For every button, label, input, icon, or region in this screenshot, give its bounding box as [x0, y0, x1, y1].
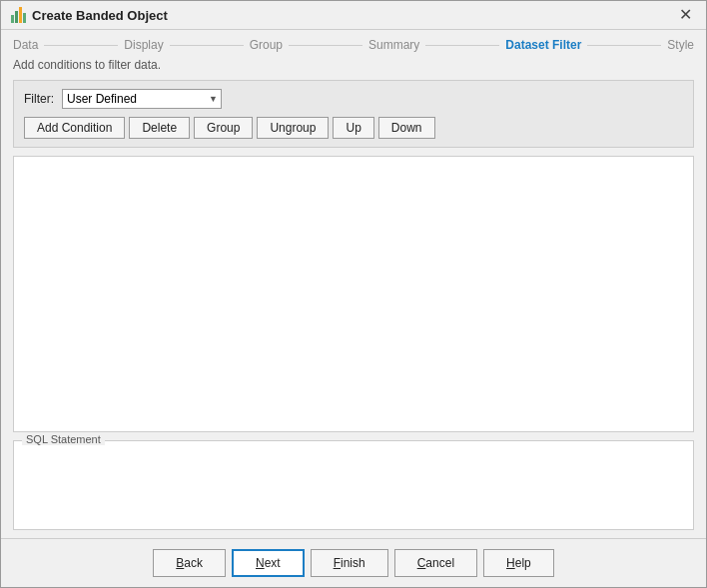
filter-buttons: Add Condition Delete Group Ungroup Up Do…	[24, 117, 683, 139]
title-bar-left: Create Banded Object	[11, 7, 168, 23]
tab-sep-3	[289, 45, 362, 46]
tab-sep-4	[425, 45, 499, 46]
back-button[interactable]: Back	[153, 549, 226, 577]
title-bar: Create Banded Object ✕	[1, 1, 706, 30]
tabs-bar: Data Display Group Summary Dataset Filte…	[1, 30, 706, 52]
finish-underline: F	[334, 556, 341, 570]
group-button[interactable]: Group	[194, 117, 253, 139]
tab-group[interactable]: Group	[250, 38, 283, 52]
add-condition-button[interactable]: Add Condition	[24, 117, 125, 139]
ungroup-button[interactable]: Ungroup	[257, 117, 329, 139]
filter-row: Filter: User Defined None Custom	[24, 89, 683, 109]
down-button[interactable]: Down	[378, 117, 435, 139]
cancel-button[interactable]: Cancel	[394, 549, 477, 577]
tab-summary[interactable]: Summary	[368, 38, 419, 52]
tab-style[interactable]: Style	[667, 38, 694, 52]
tab-sep-2	[170, 45, 244, 46]
tab-dataset-filter[interactable]: Dataset Filter	[505, 38, 581, 52]
up-button[interactable]: Up	[333, 117, 373, 139]
subtitle: Add conditions to filter data.	[1, 52, 706, 80]
next-button[interactable]: Next	[232, 549, 305, 577]
tab-sep-1	[44, 45, 118, 46]
brand-icon	[11, 7, 26, 23]
help-button[interactable]: Help	[483, 549, 554, 577]
next-underline: N	[256, 556, 265, 570]
filter-dropdown[interactable]: User Defined None Custom	[62, 89, 222, 109]
brand-bar-2	[15, 11, 18, 23]
sql-statement-section: SQL Statement	[13, 440, 694, 530]
close-button[interactable]: ✕	[675, 7, 696, 23]
conditions-area	[13, 156, 694, 432]
filter-section: Filter: User Defined None Custom Add Con…	[13, 80, 694, 148]
dialog-title: Create Banded Object	[32, 8, 168, 23]
tab-data[interactable]: Data	[13, 38, 38, 52]
footer: Back Next Finish Cancel Help	[1, 538, 706, 587]
dialog: Create Banded Object ✕ Data Display Grou…	[0, 0, 707, 588]
finish-button[interactable]: Finish	[311, 549, 388, 577]
help-underline: H	[506, 556, 515, 570]
brand-bar-1	[11, 15, 14, 23]
tab-sep-5	[587, 45, 661, 46]
brand-bar-3	[19, 7, 22, 23]
main-content: Filter: User Defined None Custom Add Con…	[1, 80, 706, 530]
sql-legend: SQL Statement	[22, 433, 105, 445]
delete-button[interactable]: Delete	[129, 117, 190, 139]
filter-select-wrapper: User Defined None Custom	[62, 89, 222, 109]
filter-label: Filter:	[24, 92, 54, 106]
tab-display[interactable]: Display	[124, 38, 163, 52]
brand-bar-4	[23, 13, 26, 23]
